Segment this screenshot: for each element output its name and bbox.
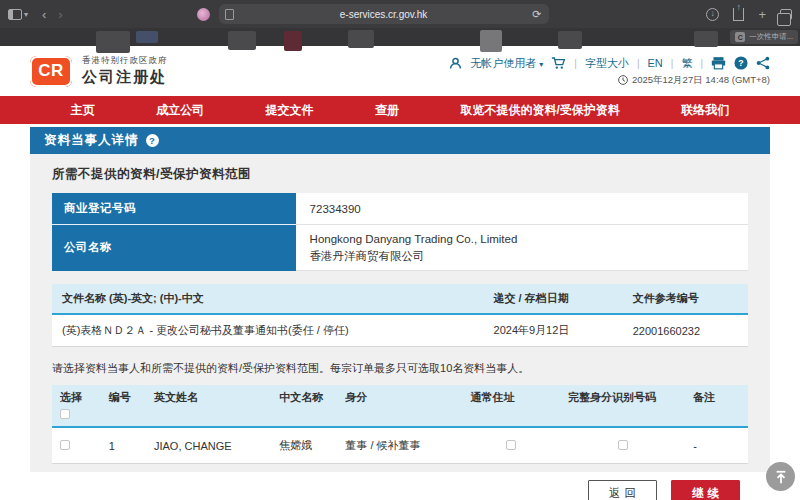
nav-protected-info[interactable]: 取览不提供的资料/受保护资料 [460, 102, 619, 119]
back-button[interactable]: 返回 [588, 480, 657, 500]
col-name-zh: 中文名称 [271, 385, 337, 427]
share-icon[interactable] [733, 8, 744, 21]
col-name-en: 英文姓名 [146, 385, 271, 427]
browser-chrome: ▾ ‹ › e-services.cr.gov.hk ⟳ + C 一次性申请..… [0, 0, 800, 46]
sidebar-caret-icon[interactable]: ▾ [24, 10, 28, 19]
nav-incorporation[interactable]: 成立公司 [156, 102, 204, 119]
document-table: 文件名称 (英)-英文; (中)-中文 递交 / 存档日期 文件参考编号 (英)… [52, 284, 748, 347]
cart-icon[interactable] [551, 56, 566, 70]
row-capacity: 董事 / 候补董事 [337, 427, 462, 464]
cr-logo[interactable]: CR [30, 56, 72, 87]
table-row: 公司名称 Hongkong Danyang Trading Co., Limit… [52, 225, 748, 271]
col-select: 选择 [52, 385, 101, 427]
org-names: 香港特别行政区政府 公司注册处 [82, 55, 168, 87]
row-remark: - [685, 427, 748, 464]
clock-icon [618, 75, 628, 85]
nav-contact[interactable]: 联络我们 [681, 102, 729, 119]
gov-name: 香港特别行政区政府 [82, 55, 168, 67]
redacted-bookmark [694, 31, 718, 47]
sidebar-icon[interactable] [8, 9, 22, 20]
current-datetime: 2025年12月27日 14:48 (GMT+8) [632, 74, 770, 87]
user-menu[interactable]: 无帐户使用者 ▾ [470, 56, 543, 71]
page-content: 资料当事人详情 ? 所需不提供的资料/受保护资料范围 商业登记号码 723343… [0, 124, 800, 472]
col-id-number: 完整身分识别号码 [560, 385, 685, 427]
extension-icon[interactable] [197, 8, 210, 21]
table-row: (英)表格ＮＤ２Ａ - 更改公司秘书及董事通知书(委任 / 停任) 2024年9… [52, 314, 748, 347]
id-number-checkbox[interactable] [618, 440, 628, 450]
doc-ref: 22001660232 [623, 314, 748, 347]
reload-icon[interactable]: ⟳ [532, 8, 541, 21]
doc-name: (英)表格ＮＤ２Ａ - 更改公司秘书及董事通知书(委任 / 停任) [52, 314, 484, 347]
row-address-cell [463, 427, 560, 464]
bookmark-label: 一次性申请... [749, 32, 793, 42]
col-capacity: 身分 [337, 385, 462, 427]
site-header: CR 香港特别行政区政府 公司注册处 无帐户使用者 ▾ | 字型大小 | EN … [0, 46, 800, 96]
forward-icon[interactable]: › [58, 7, 62, 22]
company-name-en: Hongkong Danyang Trading Co., Limited [310, 231, 734, 248]
data-subject-table: 选择 编号 英文姓名 中文名称 身分 通常住址 完整身分识别号码 备注 1 JI… [52, 385, 748, 464]
col-doc-date: 递交 / 存档日期 [484, 284, 623, 314]
section-heading: 所需不提供的资料/受保护资料范围 [52, 166, 748, 183]
tab-overview-icon[interactable] [780, 9, 792, 20]
browser-toolbar: ▾ ‹ › e-services.cr.gov.hk ⟳ + [0, 0, 800, 28]
dept-name: 公司注册处 [82, 68, 168, 87]
redacted-bookmark [96, 31, 130, 53]
page-title: 资料当事人详情 [44, 132, 139, 149]
company-name-value: Hongkong Danyang Trading Co., Limited 香港… [296, 225, 748, 271]
font-size-control[interactable]: 字型大小 [585, 56, 629, 71]
downloads-icon[interactable] [706, 8, 719, 21]
back-icon[interactable]: ‹ [42, 7, 46, 22]
col-doc-name: 文件名称 (英)-英文; (中)-中文 [52, 284, 484, 314]
redacted-bookmark [480, 30, 502, 52]
redacted-bookmark [348, 30, 374, 48]
share-page-icon[interactable] [756, 56, 770, 70]
arrow-up-icon [774, 470, 788, 484]
row-select-checkbox[interactable] [60, 440, 70, 450]
bookmarks-bar: C 一次性申请... [0, 28, 800, 46]
lang-en[interactable]: EN [648, 57, 663, 69]
company-name-label: 公司名称 [52, 225, 296, 271]
page-titlebar: 资料当事人详情 ? [30, 127, 770, 154]
col-doc-ref: 文件参考编号 [623, 284, 748, 314]
col-address: 通常住址 [463, 385, 560, 427]
nav-filing[interactable]: 提交文件 [266, 102, 314, 119]
row-id-cell [560, 427, 685, 464]
new-tab-icon[interactable]: + [758, 7, 766, 22]
help-icon[interactable]: ? [734, 56, 748, 70]
redacted-bookmark [284, 31, 302, 51]
nav-home[interactable]: 主页 [71, 102, 95, 119]
col-no: 编号 [101, 385, 146, 427]
titlebar-help-icon[interactable]: ? [146, 134, 159, 147]
cr-logo-text: CR [38, 61, 64, 81]
continue-button[interactable]: 继续 [671, 480, 740, 500]
redacted-bookmark [228, 31, 256, 50]
row-name-zh: 焦嫦娥 [271, 427, 337, 464]
brn-value: 72334390 [296, 193, 748, 225]
col-remark: 备注 [685, 385, 748, 427]
print-icon[interactable] [711, 56, 726, 70]
bookmark-item[interactable]: C 一次性申请... [730, 30, 798, 44]
user-icon [449, 57, 462, 70]
row-no: 1 [101, 427, 146, 464]
redacted-bookmark [136, 31, 158, 43]
brn-label: 商业登记号码 [52, 193, 296, 225]
company-name-zh: 香港丹洋商贸有限公司 [310, 248, 734, 265]
address-bar[interactable]: e-services.cr.gov.hk ⟳ [219, 4, 549, 24]
reader-icon[interactable] [225, 9, 234, 20]
nav-search[interactable]: 查册 [375, 102, 399, 119]
address-checkbox[interactable] [506, 440, 516, 450]
url-text[interactable]: e-services.cr.gov.hk [340, 9, 428, 20]
scroll-to-top-button[interactable] [766, 462, 795, 491]
redacted-bookmark [558, 31, 582, 49]
lang-zh[interactable]: 繁 [681, 56, 692, 71]
select-all-checkbox[interactable] [60, 409, 70, 419]
main-nav: 主页 成立公司 提交文件 查册 取览不提供的资料/受保护资料 联络我们 [0, 96, 800, 124]
main-container: 资料当事人详情 ? 所需不提供的资料/受保护资料范围 商业登记号码 723343… [30, 127, 770, 472]
company-info-table: 商业登记号码 72334390 公司名称 Hongkong Danyang Tr… [52, 193, 748, 271]
row-select-cell [52, 427, 101, 464]
table-header-row: 选择 编号 英文姓名 中文名称 身分 通常住址 完整身分识别号码 备注 [52, 385, 748, 427]
table-row: 商业登记号码 72334390 [52, 193, 748, 225]
instruction-text: 请选择资料当事人和所需不提供的资料/受保护资料范围。每宗订单最多只可选取10名资… [52, 361, 748, 376]
bookmark-favicon: C [735, 32, 745, 42]
doc-date: 2024年9月12日 [484, 314, 623, 347]
